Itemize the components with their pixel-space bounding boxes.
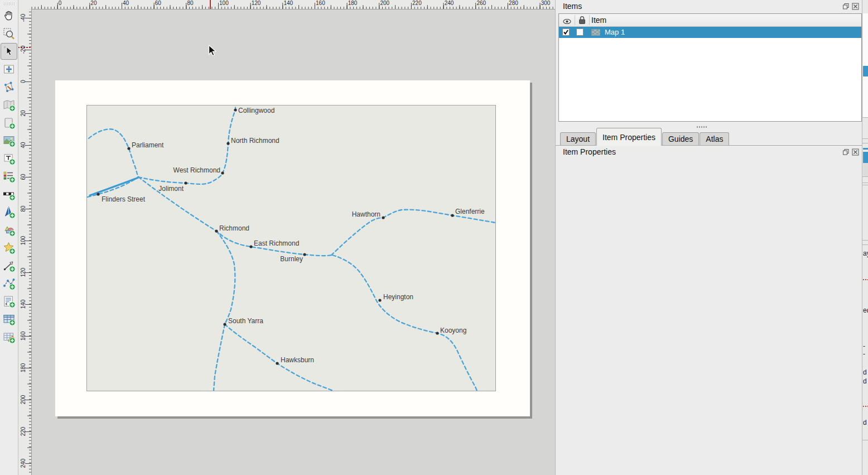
- add-arrow-icon: [2, 259, 16, 272]
- ruler-top-label: 100: [219, 0, 229, 6]
- item-properties-titlebar: Item Properties: [556, 146, 862, 158]
- tool-add-fixed-table[interactable]: [1, 329, 17, 346]
- rail-line-hawksburn: [225, 324, 333, 391]
- ruler-top-label: 120: [252, 0, 261, 6]
- tool-add-scalebar[interactable]: [1, 186, 17, 203]
- toolbar-drag-handle[interactable]: [3, 2, 15, 6]
- add-node-item-icon: [2, 277, 16, 290]
- station-dot: [97, 193, 99, 195]
- add-3d-map-icon: [2, 116, 16, 129]
- items-panel-title: Items: [563, 2, 582, 11]
- rail-line-city-loop-northwest: [89, 129, 138, 177]
- tool-add-label[interactable]: [1, 150, 17, 167]
- station-label: Collingwood: [238, 107, 274, 114]
- add-map-icon: [2, 98, 16, 112]
- visibility-column-eye-icon: [563, 17, 571, 27]
- tool-add-arrow[interactable]: [1, 257, 17, 274]
- tool-add-shape[interactable]: [1, 222, 17, 238]
- tool-add-picture[interactable]: [1, 132, 17, 149]
- tool-add-3d-map[interactable]: [1, 114, 17, 131]
- station-dot: [378, 299, 381, 301]
- ruler-left-label: 100: [20, 234, 26, 247]
- station-dot: [451, 214, 454, 217]
- ruler-left-label: 0: [20, 75, 26, 88]
- rail-line-glen-waverley: [332, 255, 477, 391]
- ruler-top-label: 160: [316, 0, 325, 6]
- station-dot: [223, 323, 226, 325]
- tool-add-marker[interactable]: [1, 239, 17, 256]
- ruler-top-label: 140: [283, 0, 293, 6]
- ruler-left-label: 140: [20, 298, 26, 310]
- ruler-top-label: 60: [155, 0, 161, 6]
- ruler-left-label: 240: [20, 457, 26, 469]
- station-label: West Richmond: [173, 166, 220, 174]
- add-north-arrow-icon: [2, 205, 16, 219]
- layout-page[interactable]: CollingwoodParliamentNorth RichmondWest …: [55, 80, 530, 416]
- tool-edit-nodes-item[interactable]: [1, 79, 17, 95]
- ruler-top-label: 40: [123, 0, 129, 6]
- item-properties-float-icon[interactable]: [842, 148, 850, 156]
- station-label: North Richmond: [231, 137, 279, 145]
- tool-add-map[interactable]: [1, 97, 17, 113]
- panel-splitter-handle[interactable]: [697, 126, 708, 128]
- tool-move-item-content[interactable]: [1, 61, 17, 78]
- panel-tab-bar: LayoutItem PropertiesGuidesAtlas: [556, 128, 862, 146]
- station-dot: [234, 108, 237, 111]
- layout-canvas[interactable]: CollingwoodParliamentNorth RichmondWest …: [31, 9, 555, 475]
- ruler-left-label: 20: [20, 107, 26, 119]
- select-move-item-icon: [2, 45, 16, 58]
- tool-zoom[interactable]: [1, 25, 17, 42]
- ruler-top-label: 220: [412, 0, 422, 6]
- items-tree-header: Item: [559, 14, 861, 27]
- tab-atlas[interactable]: Atlas: [700, 132, 729, 145]
- add-shape-icon: [2, 223, 16, 237]
- ruler-top-label: 260: [476, 0, 486, 6]
- mouse-cursor: [208, 45, 217, 57]
- sliver-text-fragment: ay: [863, 250, 868, 257]
- ruler-top-label: 80: [187, 0, 193, 6]
- item-properties-close-icon[interactable]: [852, 148, 859, 156]
- add-marker-icon: [2, 241, 16, 255]
- tool-add-attribute-table[interactable]: [1, 311, 17, 328]
- ruler-left-label: 200: [20, 394, 26, 406]
- zoom-icon: [2, 27, 16, 40]
- add-legend-icon: [2, 170, 16, 183]
- items-panel-float-icon[interactable]: [842, 3, 850, 10]
- sliver-text-fragment: - -: [863, 342, 868, 358]
- move-item-content-icon: [2, 63, 16, 76]
- tool-add-legend[interactable]: [1, 168, 17, 185]
- visibility-checkbox[interactable]: [562, 28, 570, 36]
- add-label-icon: [2, 152, 16, 165]
- ruler-top-label: 200: [380, 0, 389, 6]
- tab-layout[interactable]: Layout: [560, 132, 596, 145]
- pan-layout-icon: [2, 9, 16, 22]
- tool-select-move-item[interactable]: [1, 43, 17, 60]
- add-attribute-table-icon: [2, 313, 16, 326]
- station-label: Jolimont: [158, 185, 184, 193]
- station-dot: [382, 216, 384, 219]
- item-row-map-1[interactable]: Map 1: [559, 27, 861, 38]
- ruler-top-label: 0: [59, 0, 62, 6]
- station-dot: [276, 362, 278, 364]
- ruler-left-label: -20: [20, 44, 26, 56]
- station-dot: [303, 253, 306, 256]
- lock-checkbox[interactable]: [576, 28, 584, 36]
- tool-add-node-item[interactable]: [1, 275, 17, 292]
- tab-guides[interactable]: Guides: [662, 132, 699, 145]
- tab-item-properties[interactable]: Item Properties: [596, 128, 662, 146]
- ruler-left-label: 160: [20, 330, 26, 342]
- ruler-left-label: 40: [20, 139, 26, 151]
- map-item-frame[interactable]: CollingwoodParliamentNorth RichmondWest …: [86, 105, 496, 391]
- ruler-left-label: 180: [20, 362, 26, 374]
- ruler-left-label: 80: [20, 203, 26, 215]
- ruler-top-label: 20: [90, 0, 97, 6]
- station-label: Burnley: [280, 255, 303, 263]
- tool-pan-layout[interactable]: [1, 7, 17, 24]
- station-dot: [436, 332, 438, 334]
- layout-toolbox-toolbar: [0, 0, 18, 475]
- tool-add-html[interactable]: [1, 293, 17, 310]
- tool-add-north-arrow[interactable]: [1, 204, 17, 220]
- station-label: Richmond: [219, 224, 249, 232]
- items-panel-close-icon[interactable]: [852, 3, 859, 10]
- items-panel-titlebar: Items: [556, 0, 862, 12]
